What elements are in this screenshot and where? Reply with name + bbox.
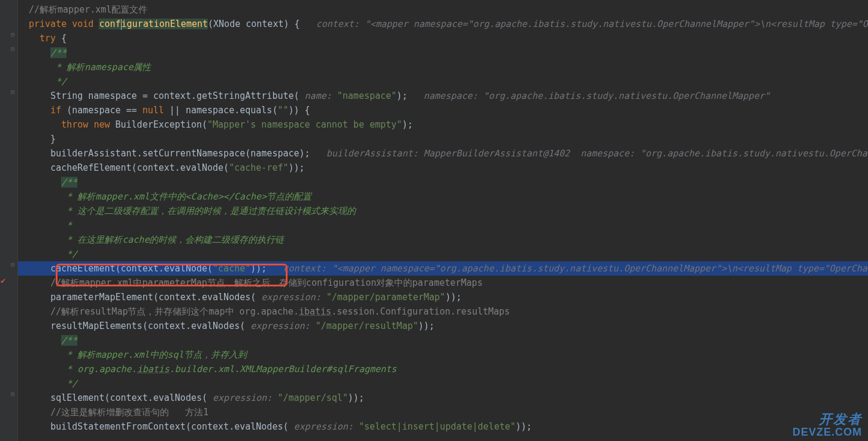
string-literal: "": [277, 105, 288, 116]
doc-line: *: [61, 220, 72, 231]
code-text: cacheRefElement(context.evalNode(: [50, 162, 229, 173]
code-text: String namespace = context.getStringAttr…: [50, 90, 299, 101]
doc-line: * 这个是二级缓存配置，在调用的时候，是通过责任链设计模式来实现的: [61, 206, 356, 216]
code-text: sqlElement(context.evalNodes(: [50, 392, 207, 403]
keyword-throw: throw: [61, 119, 88, 130]
doc-line: * 解析mapper.xml中的sql节点，并存入到: [61, 349, 247, 360]
watermark-bottom: DEVZE.COM: [793, 427, 862, 439]
inline-hint-highlighted: context: "<mapper namespace="org.apache.…: [283, 263, 868, 274]
watermark-top: 开发者: [793, 412, 862, 427]
string-literal: "namespace": [337, 90, 397, 101]
doc-line: * 解析namespace属性: [50, 62, 151, 73]
keyword-new: new: [93, 119, 110, 130]
code-editor[interactable]: ⊟ ⊟ ⊟ ⊟ ⊟ ✔ //解析mapper.xml配置文件 private v…: [0, 0, 868, 441]
comment: .session.Configuration.resultMaps: [331, 306, 510, 317]
editor-gutter: ⊟ ⊟ ⊟ ⊟ ⊟ ✔: [0, 0, 18, 441]
breakpoint-icon[interactable]: ✔: [1, 276, 7, 282]
keyword-void: void: [72, 19, 93, 29]
comment: ibatis: [299, 306, 331, 317]
fold-mark[interactable]: ⊟: [11, 31, 17, 37]
code-text: parameterMapElement(context.evalNodes(: [50, 292, 256, 303]
fold-mark[interactable]: ⊟: [11, 261, 17, 267]
comment: //解析resultMap节点，并存储到这个map中 org.apache.: [50, 306, 299, 317]
code-text: builderAssistant.setCurrentNamespace(nam…: [50, 148, 310, 159]
string-literal: "/mapper/parameterMap": [326, 292, 446, 303]
inline-hint: context: "<mapper namespace="org.apache.…: [316, 19, 868, 29]
doc-close: */: [61, 378, 77, 389]
string-literal: "cache": [213, 263, 250, 274]
doc-line: .builder.xml.XMLMapperBuilder#sqlFragmen…: [170, 364, 397, 374]
inline-hint: builderAssistant: MapperBuilderAssistant…: [326, 148, 868, 159]
param-type: XNode: [213, 19, 240, 29]
code-text: resultMapElements(context.evalNodes(: [50, 321, 245, 331]
doc-line: ibatis: [137, 364, 170, 374]
doc-line: * org.apache.: [61, 364, 137, 374]
doc-open: /**: [50, 47, 66, 58]
code-text: || namespace.equals(: [164, 105, 278, 116]
string-literal: "cache-ref": [229, 162, 288, 173]
exception-class: BuilderException: [116, 119, 202, 130]
param-hint: expression:: [256, 292, 326, 303]
keyword-null: null: [143, 105, 164, 116]
inline-hint: namespace: "org.apache.ibatis.study.nati…: [424, 90, 770, 101]
code-text: cacheElement(context.evalNode(: [50, 263, 213, 274]
doc-open: /**: [61, 335, 77, 346]
comment: //解析mapper.xml中parameterMap节点，解析之后，存储到co…: [50, 277, 483, 288]
keyword-if: if: [50, 105, 61, 116]
string-literal: "/mapper/sql": [277, 392, 347, 403]
param-hint: name:: [300, 90, 337, 101]
watermark: 开发者 DEVZE.COM: [793, 412, 862, 439]
doc-close: */: [61, 249, 77, 259]
keyword-private: private: [29, 19, 66, 29]
param-hint: expression:: [207, 392, 277, 403]
fold-mark[interactable]: ⊟: [11, 89, 17, 95]
param-hint: expression:: [245, 321, 315, 331]
keyword-try: try: [40, 33, 56, 44]
code-content[interactable]: //解析mapper.xml配置文件 private void configur…: [18, 0, 868, 441]
string-literal: "select|insert|update|delete": [359, 421, 516, 432]
param-name: context: [246, 19, 283, 29]
fold-mark[interactable]: ⊟: [11, 46, 17, 52]
string-literal: "/mapper/resultMap": [316, 321, 419, 331]
doc-open: /**: [61, 177, 77, 188]
code-text: buildStatementFromContext(context.evalNo…: [50, 421, 288, 432]
doc-line: * 在这里解析cache的时候，会构建二级缓存的执行链: [61, 234, 284, 245]
comment: //这里是解析增删改查语句的 方法1: [50, 407, 208, 418]
param-hint: expression:: [288, 421, 358, 432]
doc-close: */: [50, 76, 66, 87]
code-text: (namespace ==: [61, 105, 142, 116]
fold-mark[interactable]: ⊟: [11, 391, 17, 397]
doc-line: * 解析mapper.xml文件中的<Cache></Cache>节点的配置: [61, 191, 311, 202]
string-literal: "Mapper's namespace cannot be empty": [207, 119, 402, 130]
comment: //解析mapper.xml配置文件: [29, 4, 147, 15]
method-configurationElement: configurationElement: [99, 19, 208, 29]
